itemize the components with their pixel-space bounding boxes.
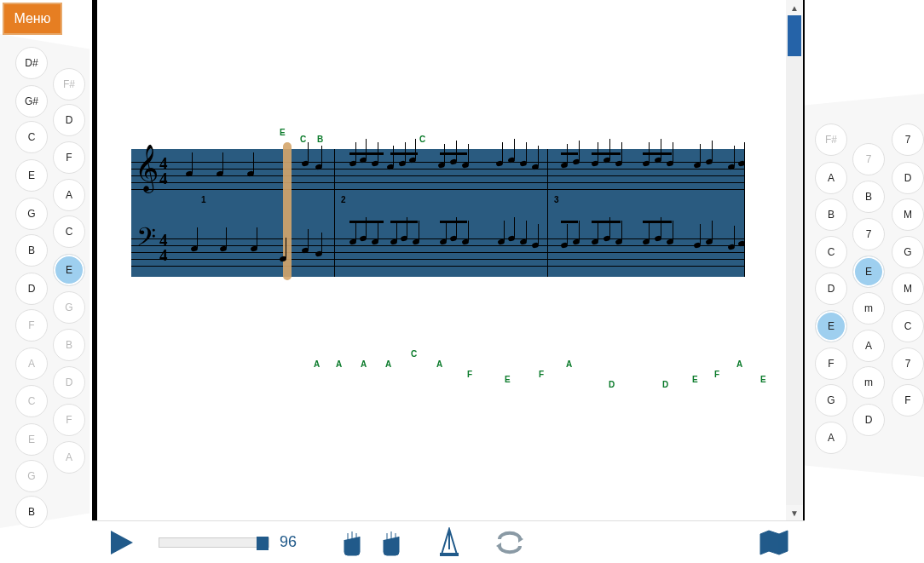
note-button[interactable]: D [15, 273, 48, 305]
note-stem [712, 141, 713, 161]
note-button[interactable]: F# [53, 68, 85, 101]
score-canvas[interactable]: ECBC 𝄞 𝄢 4 4 4 4 1 2 3 AAAACAFEFADDEFAEF… [97, 0, 786, 520]
note-stem [308, 229, 309, 250]
note-button[interactable]: A [15, 348, 48, 380]
note-stem [661, 139, 661, 159]
note-stem [253, 152, 254, 173]
note-stem [308, 142, 309, 163]
note-stem [456, 141, 457, 161]
chord-button[interactable]: E [815, 310, 847, 342]
note-annotation: F [539, 370, 544, 379]
note-stem [526, 142, 527, 163]
chord-button[interactable]: F [892, 384, 924, 417]
note-button[interactable]: F [53, 404, 85, 436]
right-hand-toggle[interactable] [378, 528, 404, 557]
note-button[interactable]: A [53, 179, 85, 211]
loop-button[interactable] [494, 531, 525, 554]
note-stem [649, 221, 650, 241]
chord-button[interactable]: m [852, 366, 885, 399]
note-stem [734, 146, 735, 166]
note-button[interactable]: C [15, 121, 48, 153]
note-button[interactable]: D [53, 104, 85, 136]
scroll-down-button[interactable]: ▼ [786, 505, 803, 520]
menu-button[interactable]: Меню [3, 3, 62, 35]
note-button[interactable]: F [15, 309, 48, 342]
chord-button[interactable]: 7 [852, 143, 885, 175]
chord-button[interactable]: A [815, 422, 847, 454]
note-button[interactable]: E [53, 254, 85, 286]
note-annotation: C [411, 349, 417, 359]
treble-clef-icon: 𝄞 [135, 144, 159, 192]
note-button[interactable]: F [53, 141, 85, 174]
tempo-value: 96 [280, 533, 297, 551]
note-button[interactable]: G [53, 291, 85, 324]
note-button[interactable]: D# [15, 47, 48, 79]
note-stem [366, 139, 367, 159]
chord-button[interactable]: B [852, 181, 885, 213]
chord-button[interactable]: D [892, 162, 924, 194]
chord-button[interactable]: D [815, 273, 847, 305]
time-sig-bot-bass: 4 [159, 246, 168, 265]
chord-button[interactable]: A [815, 162, 847, 194]
chord-button[interactable]: C [815, 236, 847, 268]
metronome-button[interactable] [436, 527, 462, 558]
note-annotation: D [662, 380, 668, 389]
chord-button[interactable]: D [852, 404, 885, 436]
chord-button[interactable]: C [892, 310, 924, 342]
note-stem [257, 227, 257, 248]
note-button[interactable]: G [15, 460, 48, 492]
note-button[interactable]: A [53, 441, 85, 474]
note-button[interactable]: B [53, 329, 85, 361]
scroll-up-button[interactable]: ▲ [786, 0, 803, 15]
toolbar: 96 [92, 520, 805, 563]
note-stem [744, 222, 745, 243]
barline [744, 149, 745, 277]
note-button[interactable]: B [15, 234, 48, 267]
map-view-button[interactable] [759, 529, 789, 556]
note-button[interactable]: D [53, 366, 85, 399]
note-stem [396, 221, 397, 241]
note-stem [415, 139, 416, 159]
chord-button[interactable]: M [892, 273, 924, 305]
chord-button[interactable]: G [892, 236, 924, 268]
note-annotation: E [280, 128, 286, 137]
note-button[interactable]: B [15, 496, 48, 528]
bar-number: 3 [554, 195, 559, 204]
note-button[interactable]: C [15, 385, 48, 417]
chord-button[interactable]: 7 [892, 348, 924, 380]
chord-button[interactable]: F# [815, 124, 847, 156]
chord-button[interactable]: B [815, 198, 847, 231]
bass-clef-icon: 𝄢 [136, 222, 156, 258]
note-annotation: A [436, 359, 442, 369]
note-button[interactable]: C [53, 215, 85, 248]
bar-number: 1 [201, 195, 206, 204]
vertical-scrollbar[interactable]: ▲ ▼ [786, 0, 803, 520]
chord-button[interactable]: G [815, 384, 847, 417]
scroll-thumb[interactable] [788, 15, 801, 56]
chord-button[interactable]: F [815, 348, 847, 380]
tempo-slider[interactable]: 96 [159, 533, 297, 551]
time-sig-bot-treble: 4 [159, 169, 168, 188]
svg-rect-1 [440, 553, 459, 556]
play-button[interactable] [107, 529, 135, 556]
chord-button[interactable]: 7 [892, 124, 924, 156]
note-button[interactable]: G [15, 198, 48, 230]
note-stem [734, 226, 735, 246]
note-stem [192, 152, 193, 173]
left-hand-toggle[interactable] [339, 528, 365, 557]
note-button[interactable]: E [15, 159, 48, 192]
note-button[interactable]: E [15, 423, 48, 456]
chord-button[interactable]: 7 [852, 218, 885, 250]
note-stem [226, 227, 227, 248]
note-annotation: C [419, 135, 425, 144]
chord-button[interactable]: M [892, 198, 924, 231]
tempo-slider-thumb[interactable] [257, 537, 269, 550]
note-stem [744, 142, 745, 163]
note-stem [526, 221, 527, 241]
note-button[interactable]: G# [15, 85, 48, 118]
chord-button[interactable]: m [852, 292, 885, 325]
note-annotation: A [385, 359, 391, 369]
note-stem [222, 152, 223, 173]
chord-button[interactable]: A [852, 330, 885, 362]
chord-button[interactable]: E [852, 256, 885, 288]
